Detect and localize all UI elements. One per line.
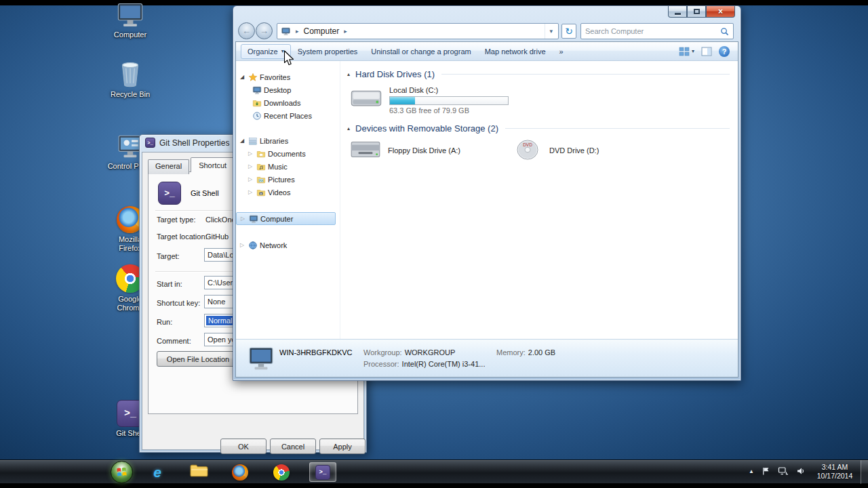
- cancel-button[interactable]: Cancel: [270, 439, 316, 454]
- sidebar-label: Libraries: [260, 137, 288, 145]
- desktop-icon-computer[interactable]: Computer: [100, 1, 160, 39]
- collapse-icon[interactable]: ▴: [347, 125, 350, 131]
- sidebar-item-documents[interactable]: Documents: [236, 147, 339, 160]
- sidebar-item-music[interactable]: Music: [236, 160, 339, 173]
- sidebar-label: Network: [260, 241, 287, 249]
- sidebar-item-videos[interactable]: Videos: [236, 186, 339, 199]
- ok-button[interactable]: OK: [220, 439, 267, 454]
- floppy-drive-icon: [349, 137, 382, 164]
- desktop-icon: [252, 85, 264, 95]
- processor-label: Processor:: [363, 360, 399, 368]
- expander-icon[interactable]: [240, 138, 248, 144]
- expander-icon[interactable]: [248, 150, 256, 157]
- group-header-removable[interactable]: ▴ Devices with Removable Storage (2): [347, 123, 730, 134]
- field-label: Start in:: [157, 280, 182, 288]
- sidebar-item-computer[interactable]: Computer: [236, 212, 336, 225]
- taskbar-git-shell-button[interactable]: >_: [309, 462, 336, 482]
- processor-field: Processor:Intel(R) Core(TM) i3-41...: [363, 360, 485, 368]
- desktop-icon-recycle-bin[interactable]: Recycle Bin: [100, 57, 160, 99]
- field-label: Target type:: [157, 216, 195, 224]
- apply-button[interactable]: Apply: [319, 439, 366, 454]
- explorer-window: × ← → ▸ Computer ▸ ▾ ↻: [233, 5, 741, 381]
- volume-tray-icon[interactable]: [796, 466, 806, 476]
- firefox-icon: [232, 464, 248, 481]
- sidebar-label: Computer: [260, 215, 293, 223]
- show-desktop-button[interactable]: [861, 460, 868, 484]
- minimize-button[interactable]: [668, 6, 687, 18]
- sidebar-item-libraries[interactable]: Libraries: [236, 134, 339, 147]
- sidebar-label: Favorites: [260, 73, 290, 81]
- action-center-flag-icon[interactable]: [762, 466, 770, 476]
- drive-name: Local Disk (C:): [389, 86, 509, 94]
- collapse-icon[interactable]: ▴: [347, 71, 350, 77]
- field-label: Target:: [157, 252, 180, 260]
- show-hidden-icons-button[interactable]: ▲: [749, 468, 754, 474]
- taskbar-firefox-button[interactable]: [226, 462, 254, 482]
- expander-icon[interactable]: [241, 216, 249, 222]
- change-view-button[interactable]: ▾: [679, 47, 694, 56]
- address-bar[interactable]: ▸ Computer ▸ ▾: [277, 23, 559, 39]
- toolbar-overflow-button[interactable]: »: [553, 45, 570, 58]
- open-file-location-button[interactable]: Open File Location: [157, 351, 239, 367]
- shortcut-app-name: Git Shell: [191, 189, 219, 197]
- organize-button[interactable]: Organize ▾: [241, 44, 291, 59]
- expander-icon[interactable]: [248, 189, 256, 195]
- forward-button[interactable]: →: [256, 22, 273, 39]
- sidebar-item-desktop[interactable]: Desktop: [236, 83, 339, 96]
- expander-icon[interactable]: [240, 242, 248, 248]
- system-properties-button[interactable]: System properties: [291, 45, 365, 58]
- sidebar-label: Desktop: [264, 86, 291, 94]
- network-tray-icon[interactable]: [778, 466, 789, 476]
- hard-disk-icon: [349, 85, 384, 115]
- internet-explorer-icon: e: [153, 464, 161, 481]
- search-box[interactable]: [580, 23, 734, 39]
- expander-icon[interactable]: [240, 74, 248, 80]
- address-dropdown-icon[interactable]: ▾: [545, 24, 557, 39]
- taskbar-clock[interactable]: 3:41 AM 10/17/2014: [811, 463, 859, 481]
- sidebar-item-favorites[interactable]: Favorites: [236, 70, 339, 83]
- group-divider: [441, 74, 730, 75]
- sidebar-item-network[interactable]: Network: [236, 239, 339, 251]
- dvd-drive-item[interactable]: DVD DVD Drive (D:): [511, 137, 599, 164]
- sidebar-label: Downloads: [264, 99, 300, 107]
- svg-text:DVD: DVD: [523, 142, 532, 147]
- back-button[interactable]: ←: [238, 22, 255, 39]
- close-button[interactable]: ×: [706, 6, 735, 18]
- taskbar-chrome-button[interactable]: [268, 462, 295, 482]
- map-network-drive-button[interactable]: Map network drive: [478, 45, 553, 58]
- sidebar-label: Recent Places: [264, 112, 312, 120]
- expander-icon[interactable]: [248, 176, 256, 182]
- field-label: Shortcut key:: [157, 299, 200, 307]
- local-disk-item[interactable]: Local Disk (C:) 63.3 GB free of 79.9 GB: [349, 85, 509, 115]
- start-button[interactable]: [111, 461, 133, 483]
- group-header-hard-disks[interactable]: ▴ Hard Disk Drives (1): [347, 69, 730, 79]
- tab-general[interactable]: General: [148, 159, 189, 174]
- git-shell-icon: >_: [315, 465, 330, 480]
- drive-name: DVD Drive (D:): [549, 146, 599, 155]
- expander-icon[interactable]: [248, 163, 256, 169]
- taskbar-ie-button[interactable]: e: [144, 462, 171, 482]
- breadcrumb-computer[interactable]: Computer: [304, 26, 340, 36]
- uninstall-program-button[interactable]: Uninstall or change a program: [364, 45, 477, 58]
- floppy-drive-item[interactable]: Floppy Disk Drive (A:): [349, 137, 460, 164]
- search-input[interactable]: [585, 27, 717, 35]
- back-icon: ←: [242, 26, 251, 36]
- music-folder-icon: [256, 162, 268, 171]
- downloads-icon: [252, 98, 264, 108]
- sidebar-item-recent-places[interactable]: Recent Places: [236, 109, 339, 122]
- prompt-glyph: >_: [124, 408, 136, 420]
- sidebar-item-downloads[interactable]: Downloads: [236, 96, 339, 109]
- preview-pane-button[interactable]: [701, 47, 712, 56]
- documents-folder-icon: [256, 149, 268, 159]
- tab-shortcut[interactable]: Shortcut: [191, 157, 235, 172]
- group-title: Devices with Removable Storage (2): [355, 123, 498, 134]
- views-icon: [679, 47, 690, 56]
- group-divider: [505, 128, 730, 129]
- capacity-bar: [389, 96, 509, 105]
- help-button[interactable]: ?: [719, 46, 730, 57]
- maximize-button[interactable]: [687, 6, 706, 18]
- clock-time: 3:41 AM: [811, 463, 859, 472]
- taskbar-explorer-button[interactable]: [185, 462, 212, 482]
- sidebar-item-pictures[interactable]: Pictures: [236, 173, 339, 186]
- refresh-button[interactable]: ↻: [561, 24, 576, 39]
